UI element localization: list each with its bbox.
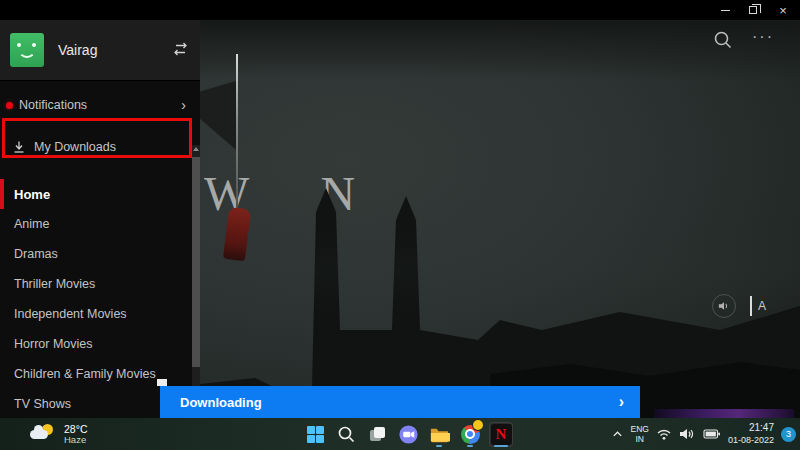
switch-profile-icon — [172, 41, 189, 57]
chevron-right-icon: › — [181, 97, 186, 113]
taskbar: 28°C Haze — [0, 418, 800, 450]
notification-count-badge[interactable]: 3 — [781, 427, 796, 442]
scroll-up-arrow-icon[interactable] — [193, 147, 199, 151]
menu-label: Home — [14, 187, 50, 202]
taskbar-search-button[interactable] — [334, 421, 358, 447]
tray-date: 01-08-2022 — [728, 435, 774, 446]
language-line1: ENG — [631, 424, 649, 434]
clock[interactable]: 21:47 01-08-2022 — [728, 422, 774, 446]
profile-avatar — [10, 33, 44, 67]
content-row-peek — [654, 409, 794, 418]
tray-chevron-up-icon[interactable] — [611, 428, 624, 441]
menu-label: Independent Movies — [14, 307, 127, 321]
menu-label: Horror Movies — [14, 337, 93, 351]
active-app-tile: N — [489, 422, 513, 447]
chrome-notification-dot — [473, 420, 483, 430]
switch-profile-button[interactable] — [172, 41, 189, 61]
chat-button[interactable] — [396, 421, 420, 447]
search-button[interactable] — [713, 30, 733, 54]
netflix-n-glyph: N — [496, 426, 507, 443]
menu-label: Anime — [14, 217, 49, 231]
search-icon — [337, 425, 356, 444]
chevron-right-icon: › — [619, 393, 624, 411]
avatar-smile — [18, 49, 36, 58]
downloading-toast[interactable]: Downloading › — [160, 386, 640, 418]
open-app-indicator — [436, 445, 442, 447]
maturity-rating-bar — [750, 296, 752, 316]
profile-name: Vairag — [58, 42, 97, 58]
folder-icon — [429, 424, 450, 445]
minimize-button[interactable] — [710, 0, 740, 20]
tray-time: 21:47 — [728, 422, 774, 435]
profile-header[interactable]: Vairag — [0, 20, 200, 80]
notification-dot — [6, 102, 13, 109]
window-titlebar: × — [0, 0, 800, 20]
task-view-button[interactable] — [365, 421, 389, 447]
notifications-label: Notifications — [19, 98, 87, 112]
sidebar-item-independent-movies[interactable]: Independent Movies — [0, 299, 192, 329]
sidebar-item-home[interactable]: Home — [0, 179, 192, 209]
more-options-button[interactable]: ··· — [752, 28, 774, 46]
sidebar-item-thriller-movies[interactable]: Thriller Movies — [0, 269, 192, 299]
chat-camera-icon — [398, 424, 419, 445]
scene-sky — [200, 20, 800, 80]
language-line2: IN — [631, 434, 649, 444]
open-app-indicator — [467, 445, 473, 447]
chrome-button[interactable] — [458, 421, 482, 447]
weather-temperature: 28°C — [64, 423, 87, 435]
menu-label: TV Shows — [14, 397, 71, 411]
restore-button[interactable] — [738, 0, 768, 20]
menu-label: Thriller Movies — [14, 277, 95, 291]
file-explorer-button[interactable] — [427, 421, 451, 447]
close-button[interactable]: × — [768, 0, 798, 20]
cloud-icon — [30, 430, 48, 439]
scrollbar-thumb[interactable] — [192, 157, 200, 367]
mute-button[interactable] — [712, 294, 736, 318]
wifi-icon[interactable] — [656, 427, 672, 441]
scene-haze — [200, 230, 800, 310]
sidebar-item-notifications[interactable]: Notifications › — [0, 91, 192, 119]
menu-label: Dramas — [14, 247, 58, 261]
windows-start-icon — [306, 425, 325, 444]
speaker-icon[interactable] — [679, 427, 696, 441]
taskbar-app-icons: N — [303, 420, 513, 448]
battery-icon[interactable] — [703, 427, 721, 441]
weather-widget[interactable]: 28°C Haze — [30, 420, 150, 448]
flag-silhouette — [200, 78, 236, 156]
sidebar-item-horror-movies[interactable]: Horror Movies — [0, 329, 192, 359]
maturity-rating-label: A — [758, 299, 766, 313]
start-button[interactable] — [303, 421, 327, 447]
annotation-highlight-box — [2, 118, 192, 158]
avatar-eye — [32, 43, 36, 47]
menu-label: Children & Family Movies — [14, 367, 156, 381]
weather-sun-cloud-icon — [30, 423, 56, 445]
sidebar-menu-container: Notifications › My Downloads Home Anime … — [0, 80, 200, 418]
netflix-button[interactable]: N — [489, 421, 513, 447]
speaker-muted-icon — [718, 300, 730, 312]
netflix-icon: N — [491, 424, 512, 445]
system-tray: ENG IN 21:47 01-08-2022 3 — [611, 418, 796, 450]
weather-condition: Haze — [64, 435, 87, 446]
language-indicator[interactable]: ENG IN — [631, 424, 649, 444]
sidebar-item-dramas[interactable]: Dramas — [0, 239, 192, 269]
avatar-eye — [17, 43, 21, 47]
sidebar-item-anime[interactable]: Anime — [0, 209, 192, 239]
search-icon — [713, 30, 733, 50]
downloading-label: Downloading — [180, 395, 262, 410]
task-view-icon — [367, 424, 387, 444]
restore-icon — [749, 6, 757, 14]
billboard-hero: W N — [200, 20, 800, 418]
sidebar: Vairag Notifications › My Downloads Home… — [0, 20, 200, 418]
toast-marker — [157, 379, 167, 386]
minimize-icon — [721, 10, 730, 11]
active-app-indicator — [494, 445, 508, 447]
